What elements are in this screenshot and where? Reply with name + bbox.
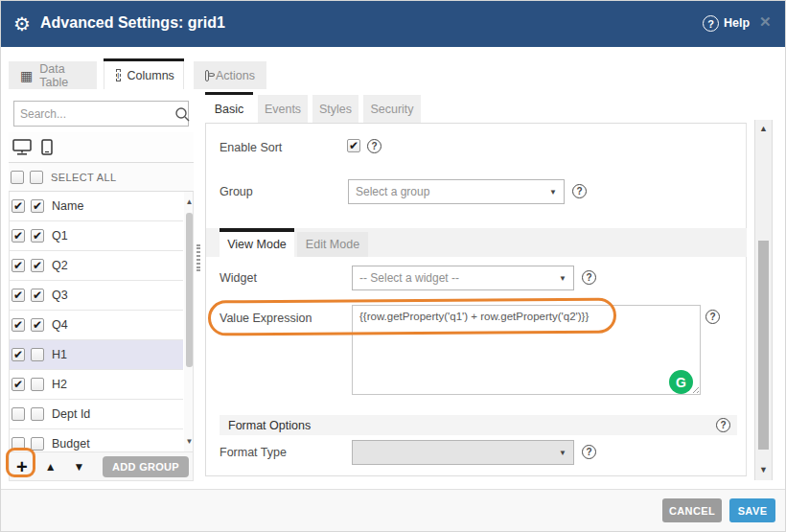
value-expression-label: Value Expression	[220, 312, 312, 325]
mobile-checkbox[interactable]: ✔	[31, 289, 44, 302]
column-name: H1	[52, 348, 67, 361]
select-all-mobile-checkbox[interactable]	[30, 171, 43, 184]
tab-edit-mode[interactable]: Edit Mode	[297, 232, 368, 257]
tab-label: Styles	[319, 103, 352, 116]
column-row-h2[interactable]: ✔ H2	[10, 370, 183, 400]
tab-data-table[interactable]: ▦ Data Table	[9, 61, 97, 89]
column-row-q1[interactable]: ✔ ✔ Q1	[10, 221, 183, 251]
format-type-select[interactable]: ▼	[352, 440, 574, 465]
column-row-h1[interactable]: ✔ H1	[10, 340, 183, 370]
cancel-button[interactable]: CANCEL	[662, 498, 722, 522]
tab-basic[interactable]: Basic	[205, 95, 253, 123]
mobile-checkbox[interactable]	[31, 378, 44, 391]
format-type-help-icon[interactable]: ?	[582, 445, 596, 459]
desktop-checkbox[interactable]	[12, 437, 25, 451]
column-row-q3[interactable]: ✔ ✔ Q3	[10, 281, 183, 311]
column-row-budget[interactable]: Budget	[10, 429, 183, 451]
list-scrollbar[interactable]: ▲ ▼	[184, 192, 194, 451]
desktop-checkbox[interactable]: ✔	[12, 289, 25, 302]
desktop-checkbox[interactable]	[12, 407, 25, 421]
mobile-checkbox[interactable]	[31, 437, 44, 451]
column-row-name[interactable]: ✔ ✔ Name	[10, 192, 183, 221]
tab-label: Columns	[127, 69, 174, 82]
add-column-button[interactable]: +	[16, 457, 28, 476]
move-down-button[interactable]: ▼	[74, 460, 85, 474]
desktop-checkbox[interactable]: ✔	[12, 259, 25, 272]
tab-label: Security	[370, 103, 413, 116]
desktop-icon[interactable]	[12, 139, 32, 155]
panel-scrollbar[interactable]: ▲ ▼	[754, 120, 773, 480]
mobile-checkbox[interactable]: ✔	[31, 259, 44, 272]
column-name: Name	[52, 199, 83, 213]
desktop-checkbox[interactable]: ✔	[12, 229, 25, 243]
save-button[interactable]: SAVE	[729, 498, 775, 522]
mobile-checkbox[interactable]: ✔	[31, 229, 44, 243]
column-row-dept-id[interactable]: Dept Id	[10, 400, 183, 429]
group-label: Group	[220, 185, 253, 198]
mobile-checkbox[interactable]: ✔	[31, 318, 44, 332]
scroll-down-icon[interactable]: ▼	[184, 437, 194, 446]
mobile-checkbox[interactable]	[31, 348, 44, 361]
column-row-q4[interactable]: ✔ ✔ Q4	[10, 311, 183, 340]
format-options-help-icon[interactable]: ?	[716, 418, 730, 432]
enable-sort-help-icon[interactable]: ?	[367, 139, 381, 153]
tab-label: Actions	[216, 69, 255, 82]
mobile-checkbox[interactable]	[31, 407, 44, 421]
add-group-button[interactable]: ADD GROUP	[103, 456, 189, 477]
desktop-checkbox[interactable]: ✔	[12, 348, 25, 361]
dialog-header: ⚙ Advanced Settings: grid1 ? Help ✕	[1, 1, 786, 47]
advanced-settings-dialog: ⚙ Advanced Settings: grid1 ? Help ✕ ▦ Da…	[0, 0, 786, 532]
desktop-checkbox[interactable]: ✔	[12, 378, 25, 391]
tab-events[interactable]: Events	[258, 95, 308, 123]
group-help-icon[interactable]: ?	[572, 184, 587, 198]
format-type-label: Format Type	[220, 446, 287, 459]
desktop-checkbox[interactable]: ✔	[12, 199, 25, 213]
close-icon[interactable]: ✕	[759, 13, 772, 31]
value-expression-help-icon[interactable]: ?	[705, 310, 720, 324]
group-select-value: Select a group	[349, 185, 549, 198]
columns-icon: I	[116, 69, 121, 81]
tab-label: Edit Mode	[306, 238, 359, 251]
select-all-desktop-checkbox[interactable]	[11, 171, 24, 184]
widget-help-icon[interactable]: ?	[582, 270, 596, 285]
tab-view-mode[interactable]: View Mode	[220, 232, 294, 257]
gear-icon: ⚙	[13, 12, 31, 35]
help-link[interactable]: Help	[724, 16, 750, 30]
scroll-down-icon[interactable]: ▼	[755, 465, 772, 474]
scrollbar-thumb[interactable]	[758, 241, 769, 450]
tab-security[interactable]: Security	[363, 95, 421, 123]
tab-label: Events	[265, 103, 301, 116]
widget-label: Widget	[220, 271, 257, 285]
scrollbar-thumb[interactable]	[186, 213, 193, 367]
scroll-up-icon[interactable]: ▲	[184, 197, 194, 206]
scroll-up-icon[interactable]: ▲	[755, 124, 772, 133]
tab-styles[interactable]: Styles	[312, 95, 358, 123]
actions-icon	[205, 70, 209, 81]
widget-select-value: -- Select a widget --	[353, 271, 559, 285]
search-input[interactable]	[14, 107, 174, 121]
tab-label: Basic	[215, 103, 244, 116]
widget-select[interactable]: -- Select a widget -- ▼	[352, 266, 574, 290]
enable-sort-checkbox[interactable]: ✔	[347, 139, 360, 152]
format-options-section: Format Options	[220, 415, 737, 435]
column-name: H2	[52, 378, 67, 391]
actions-icon-oval	[208, 73, 215, 77]
tab-actions[interactable]: Actions	[194, 61, 266, 89]
dialog-title: Advanced Settings: grid1	[40, 14, 225, 32]
move-up-button[interactable]: ▲	[45, 460, 57, 474]
value-expression-input[interactable]: {{row.getProperty('q1') + row.getPropert…	[352, 305, 701, 395]
column-name: Q3	[52, 289, 68, 302]
chevron-down-icon: ▼	[559, 449, 573, 457]
table-grid-icon: ▦	[20, 69, 33, 82]
panel-splitter-handle[interactable]	[196, 244, 200, 271]
column-row-q2[interactable]: ✔ ✔ Q2	[10, 251, 183, 281]
mobile-checkbox[interactable]: ✔	[31, 199, 44, 213]
grammarly-icon[interactable]: G	[669, 370, 693, 394]
help-icon[interactable]: ?	[703, 15, 719, 32]
mobile-icon[interactable]	[41, 139, 53, 155]
desktop-checkbox[interactable]: ✔	[12, 318, 25, 332]
search-icon[interactable]	[174, 106, 190, 122]
search-box	[13, 101, 189, 127]
tab-columns[interactable]: I Columns	[104, 61, 184, 89]
group-select[interactable]: Select a group ▼	[348, 179, 565, 204]
